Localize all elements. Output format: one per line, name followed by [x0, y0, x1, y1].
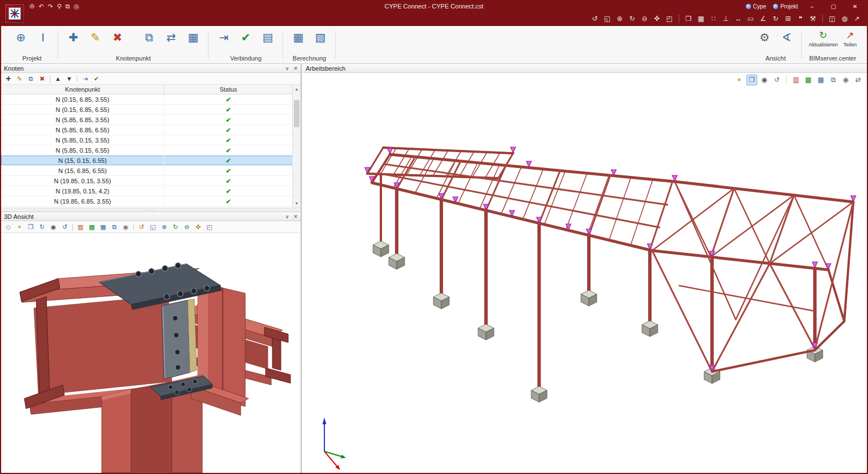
project-info-icon[interactable]: Ⅰ [34, 29, 51, 46]
comment-icon[interactable]: ❝ [795, 14, 806, 24]
calculate-detail-icon[interactable]: ▧ [312, 29, 329, 46]
zoom-orbit-icon[interactable]: ↺ [137, 222, 146, 232]
add-node-icon[interactable]: ✚ [3, 74, 13, 84]
table-row[interactable]: N (5.85, 6.85, 3.55)✔ [1, 115, 301, 125]
snap-icon[interactable]: ∷ [708, 14, 719, 24]
app-menu-button[interactable] [5, 3, 25, 24]
project-globe-icon[interactable]: ⊕ [12, 29, 29, 46]
check-nodes-icon[interactable]: ✔ [92, 74, 101, 84]
node-delete-icon[interactable]: ✖ [109, 29, 126, 46]
pan-icon[interactable]: ✜ [193, 222, 203, 232]
panel-resize-handle[interactable]: ··· [1, 208, 301, 212]
table-row[interactable]: N (19.85, 0.15, 3.55)✔ [1, 176, 301, 186]
tools-icon[interactable]: ⚒ [808, 14, 818, 24]
scrollbar-track[interactable] [293, 93, 301, 199]
connection-check-icon[interactable]: ✔ [237, 29, 254, 46]
connection-report-icon[interactable]: ▤ [259, 29, 276, 46]
scrollbar-thumb[interactable] [294, 100, 300, 127]
maximize-button[interactable]: ▢ [826, 3, 841, 10]
search-icon[interactable]: ⚲ [57, 3, 62, 10]
eye-icon[interactable]: ◉ [759, 75, 770, 85]
results-ok-icon[interactable]: ▩ [803, 75, 814, 85]
layers-icon[interactable]: ⧉ [110, 222, 119, 232]
orbit-icon[interactable]: ↺ [589, 14, 600, 24]
connection-import-icon[interactable]: ⇥ [215, 29, 232, 46]
rotate-icon[interactable]: ↻ [770, 14, 781, 24]
table-row[interactable]: N (15, 6.85, 6.55)✔ [1, 166, 301, 176]
scroll-down-button[interactable]: ▼ [293, 199, 301, 208]
zoom-out-icon[interactable]: ⊖ [639, 14, 650, 24]
isometric-icon[interactable]: ◇ [3, 222, 13, 232]
collapse-panel-button[interactable]: ∨ [285, 214, 289, 219]
axes-icon[interactable]: ⌖ [734, 75, 745, 85]
ortho-icon[interactable]: ⊥ [721, 14, 731, 24]
eye-icon[interactable]: ◉ [49, 222, 58, 232]
zoom-out-icon[interactable]: ⊖ [182, 222, 192, 232]
measure-icon[interactable]: ∢ [778, 29, 795, 46]
close-panel-button[interactable]: ✕ [293, 214, 298, 219]
minimize-button[interactable]: – [805, 3, 819, 10]
label-icon[interactable]: ▭ [745, 14, 756, 24]
node-new-icon[interactable]: ✚ [65, 29, 82, 46]
errors-report-icon[interactable]: ▥ [791, 75, 801, 85]
web-icon[interactable]: ◍ [839, 14, 850, 24]
table-row[interactable]: N (0.15, 6.85, 6.55)✔ [1, 105, 301, 115]
table-row[interactable]: N (19.85, 0.15, 4.2)✔ [1, 186, 301, 196]
scroll-up-button[interactable]: ▲ [293, 85, 301, 93]
column-header-knotenpunkt[interactable]: Knotenpunkt [1, 85, 164, 94]
close-panel-button[interactable]: ✕ [293, 66, 298, 71]
bim-sync-icon[interactable]: ⇄ [853, 75, 863, 85]
account-projekt-button[interactable]: Projekt [773, 3, 798, 10]
save-icon[interactable]: ✇ [29, 3, 34, 10]
table-row[interactable]: N (5.85, 0.15, 3.55)✔ [1, 135, 301, 145]
structure-3d-view[interactable] [303, 87, 868, 473]
import-nodes-icon[interactable]: ⇥ [80, 74, 90, 84]
pan-icon[interactable]: ✜ [652, 14, 662, 24]
visibility-icon[interactable]: ◉ [121, 222, 131, 232]
aktualisieren-button[interactable]: ↻ Aktualisieren [809, 29, 838, 48]
frame-zoom-icon[interactable]: ◰ [205, 222, 214, 232]
refresh-view-icon[interactable]: ↻ [627, 14, 637, 24]
table-row[interactable]: N (5.85, 6.85, 6.55)✔ [1, 125, 301, 135]
zoom-in-icon[interactable]: ⊕ [614, 14, 625, 24]
node-mirror-icon[interactable]: ⇄ [163, 29, 180, 46]
zoom-extents-icon[interactable]: ◱ [602, 14, 613, 24]
move-down-icon[interactable]: ▼ [64, 74, 74, 84]
axes-icon[interactable]: ⌖ [15, 222, 24, 232]
results-ok-icon[interactable]: ▩ [87, 222, 97, 232]
select-box-icon[interactable]: ❒ [747, 75, 757, 85]
errors-report-icon[interactable]: ▥ [76, 222, 85, 232]
table-row[interactable]: N (5.85, 0.15, 6.55)✔ [1, 145, 301, 156]
layers-icon[interactable]: ⧉ [66, 3, 70, 10]
calculate-icon[interactable]: ▦ [290, 29, 307, 46]
table-row[interactable]: N (0.15, 6.85, 3.55)✔ [1, 94, 301, 105]
layout-icon[interactable]: ⊞ [783, 14, 793, 24]
capture-icon[interactable]: ◎ [74, 3, 80, 10]
collapse-panel-button[interactable]: ∨ [285, 66, 289, 71]
node-table-icon[interactable]: ▦ [185, 29, 202, 46]
visibility-icon[interactable]: ◉ [840, 75, 851, 85]
table-icon[interactable]: ▦ [815, 75, 826, 85]
options-gear-icon[interactable]: ⚙ [756, 29, 773, 46]
table-scrollbar[interactable]: ▲ ▼ [292, 85, 301, 208]
table-icon[interactable]: ▦ [98, 222, 108, 232]
column-header-status[interactable]: Status [164, 85, 292, 94]
angle-icon[interactable]: ∠ [758, 14, 769, 24]
undo-icon[interactable]: ↶ [38, 3, 44, 10]
refresh-icon[interactable]: ↻ [171, 222, 180, 232]
table-row[interactable]: N (19.85, 6.85, 3.55)✔ [1, 196, 301, 206]
redo-icon[interactable]: ↷ [47, 3, 53, 10]
account-cype-button[interactable]: Cype [746, 3, 766, 10]
node-copy-icon[interactable]: ⧉ [141, 29, 158, 46]
delete-node-icon[interactable]: ✖ [37, 74, 47, 84]
grid-icon[interactable]: ▦ [696, 14, 706, 24]
edit-node-icon[interactable]: ✎ [15, 74, 24, 84]
rotate-icon[interactable]: ↻ [37, 222, 47, 232]
connection-3d-view[interactable] [1, 233, 301, 473]
windows-layout-icon[interactable]: ◫ [827, 14, 837, 24]
copy-node-icon[interactable]: ⧉ [26, 74, 36, 84]
zoom-in-icon[interactable]: ⊕ [159, 222, 169, 232]
zoom-extents-icon[interactable]: ◱ [148, 222, 158, 232]
orbit-icon[interactable]: ↺ [60, 222, 70, 232]
node-edit-icon[interactable]: ✎ [87, 29, 104, 46]
